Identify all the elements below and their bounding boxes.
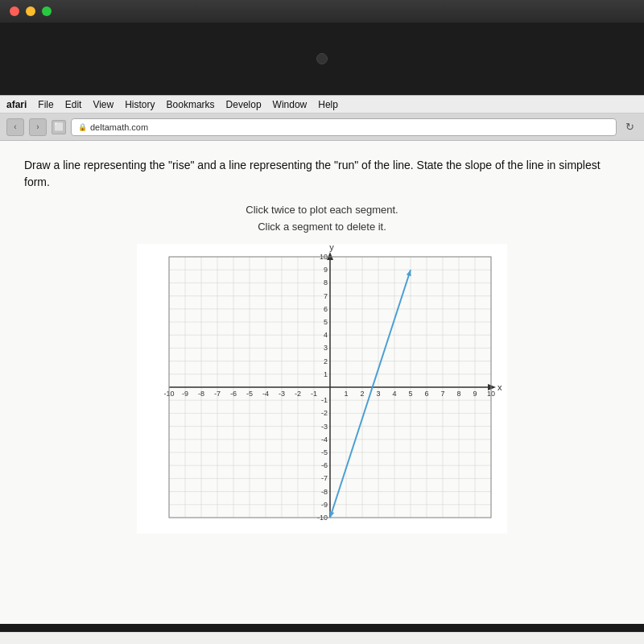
page-content: Draw a line representing the "rise" and … [0,141,644,624]
camera-icon [316,53,328,64]
menu-bar: afari File Edit View History Bookmarks D… [0,96,644,114]
instructions: Click twice to plot each segment. Click … [24,202,620,236]
graph-container [24,244,620,534]
maximize-button[interactable] [42,6,52,16]
instruction-line2: Click a segment to delete it. [24,219,620,236]
instruction-line1: Click twice to plot each segment. [24,202,620,219]
address-text: deltamath.com [90,122,148,132]
question-text: Draw a line representing the "rise" and … [24,157,620,191]
back-button[interactable]: ‹ [6,118,24,136]
menu-view[interactable]: View [93,99,114,110]
answer-row: Slope of the Line: Submit Answer [0,632,644,644]
menu-window[interactable]: Window [273,99,308,110]
menu-edit[interactable]: Edit [65,99,82,110]
lock-icon: 🔒 [78,123,87,131]
tab-button[interactable]: ⬜ [52,120,66,134]
menu-history[interactable]: History [125,99,155,110]
menu-develop[interactable]: Develop [226,99,262,110]
close-button[interactable] [10,6,19,16]
camera-area [0,23,644,95]
os-top-bar [0,0,644,23]
minimize-button[interactable] [26,6,35,16]
nav-bar: ‹ › ⬜ 🔒 deltamath.com ↻ [0,114,644,141]
browser-chrome: afari File Edit View History Bookmarks D… [0,95,644,141]
menu-bookmarks[interactable]: Bookmarks [167,99,215,110]
refresh-button[interactable]: ↻ [621,119,638,135]
graph-wrapper[interactable] [137,244,507,534]
address-bar[interactable]: 🔒 deltamath.com [71,118,617,136]
menu-help[interactable]: Help [318,99,338,110]
graph-canvas[interactable] [137,244,507,534]
forward-button[interactable]: › [29,118,47,136]
menu-safari[interactable]: afari [6,99,27,110]
menu-file[interactable]: File [38,99,53,110]
